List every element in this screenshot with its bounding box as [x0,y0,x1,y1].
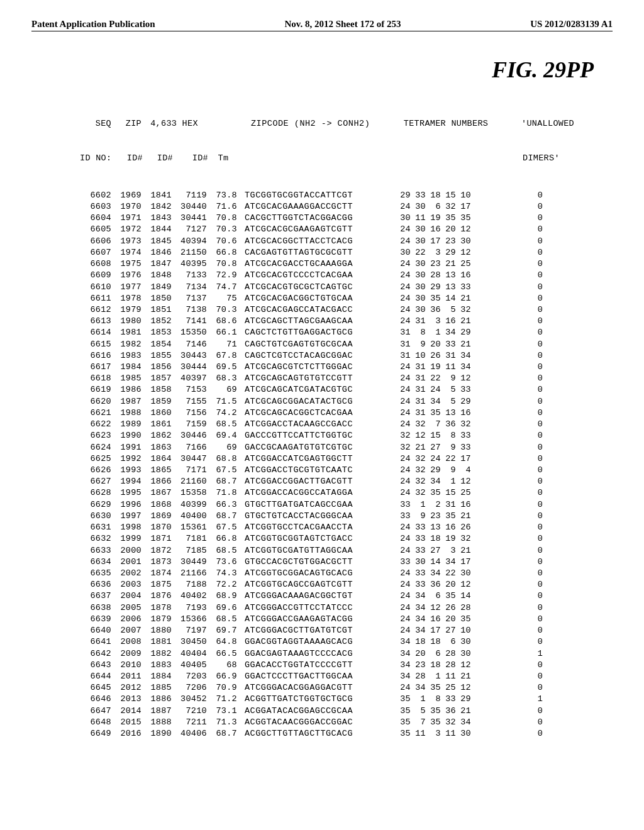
col-tm: Tm [208,153,241,164]
figure-label: FIG. 29PP [31,57,594,83]
col-id3: ID# [173,153,208,164]
table-row: 6631199818701536167.5ATCGGTGCCTCACGAACCT… [79,522,613,533]
table-row: 664820151888721171.3ACGGTACAACGGGACCGGAC… [79,717,613,728]
table-row: 663320001872718568.5ATCGGTGCGATGTTAGGCAA… [79,545,613,556]
table-row: 6625199218643044768.8ATCGGACCATCGAGTGGCT… [79,453,613,465]
header-right: US 2012/0283139 A1 [530,19,613,30]
column-header-row-2: ID NO:ID#ID#ID#TmDIMERS' [79,153,613,164]
table-row: 663820051878719369.6ATCGGGACCGTTCCTATCCC… [79,602,613,614]
table-row: 664020071880719769.7ATCGGGACGCTTGATGTCGT… [79,625,613,636]
table-row: 661019771849713474.7ATCGCACGTGCGCTCAGTGC… [79,282,613,293]
table-row: 6642200918824040466.5GGACGAGTAAAGTCCCCAC… [79,648,613,660]
table-row: 6637200418764040268.9ATCGGGACAAAGACGGCTG… [79,590,613,602]
table-row: 664720141887721073.1ACGGATACACGGAGCCGCAA… [79,706,613,717]
table-row: 662219891861715968.5ATCGGACCTACAAGCCGACC… [79,419,613,430]
table-row: 661319801852714168.6ATCGCAGCTTAGCGAAGCAA… [79,316,613,327]
table-row: 663219991871718166.8ATCGGTGCGGTAGTCTGACC… [79,533,613,545]
table-row: 663620031875718872.2ATCGGTGCAGCCGAGTCGTT… [79,579,613,590]
col-idno: ID NO: [79,153,113,164]
table-row: 6634200118733044973.6GTGCCACGCTGTGGACGCT… [79,556,613,568]
table-row: 662119881860715674.2ATCGCAGCACGGCTCACGAA… [79,407,613,419]
col-id1: ID# [113,153,143,164]
table-row: 6630199718694040068.7GTGCTGTCACCTACGGGCA… [79,511,613,522]
column-header-row-1: SEQZIP4,633 HEXZIPCODE (NH2 -> CONH2)TET… [79,118,613,130]
table-row: 6623199018623044669.4GACCCGTTCCATTCTGGTG… [79,430,613,441]
table-row: 664520121885720670.9ATCGGGACACGGAGGACGTT… [79,682,613,694]
table-row: 6604197118433044170.8CACGCTTGGTCTACGGACG… [79,213,613,224]
table-row: 6614198118531535066.1CAGCTCTGTTGAGGACTGC… [79,327,613,338]
data-rows: 660219691841711973.8TGCGGTGCGGTACCATTCGT… [79,190,613,740]
table-row: 662619931865717167.5ATCGGACCTGCGTGTCAATC… [79,465,613,476]
header-left: Patent Application Publication [31,19,155,30]
table-row: 6635200218742116674.3ATCGGTGCGGACAGTGCAC… [79,568,613,579]
table-row: 6608197518474039570.8ATCGCACGACCTGCAAAGG… [79,258,613,270]
table-row: 662019871859715571.5ATCGCAGCGGACATACTGCG… [79,396,613,407]
table-row: 6643201018834040568GGACACCTGGTATCCCCGTT3… [79,660,613,671]
table-row: 660919761848713372.9ATCGCACGTCCCCTCACGAA… [79,270,613,281]
table-row: 6628199518671535871.8ATCGGACCACGGCCATAGG… [79,487,613,499]
col-unallowed: 'UNALLOWED [496,118,559,130]
table-row: 6618198518574039768.3ATCGCAGCAGTGTGTCCGT… [79,373,613,384]
table-row: 660219691841711973.8TGCGGTGCGGTACCATTCGT… [79,190,613,201]
table-row: 664420111884720366.9GGACTCCCTTGACTTGGCAA… [79,671,613,682]
col-hex: 4,633 HEX [142,118,207,130]
col-tetramer: TETRAMER NUMBERS [377,118,496,130]
col-seq: SEQ [79,118,111,130]
table-row: 6639200618791536668.5ATCGGGACCGAAGAGTACG… [79,614,613,625]
table-row: 6641200818813045064.8GGACGGTAGGTAAAAGCAC… [79,636,613,648]
page-header: Patent Application Publication Nov. 8, 2… [31,19,613,31]
table-row: 662419911863716669GACCGCAAGATGTGTCGTGC32… [79,442,613,453]
table-row: 6616198318553044367.8CAGCTCGTCCTACAGCGGA… [79,350,613,362]
table-row: 6646201318863045271.2ACGGTTGATCTGGTGCTGC… [79,694,613,705]
table-row: 6629199618684039966.3GTGCTTGATGATCAGCCGA… [79,499,613,511]
patent-page: Patent Application Publication Nov. 8, 2… [0,0,644,788]
col-zipcode: ZIPCODE (NH2 -> CONH2) [240,118,377,130]
table-row: 661119781850713775ATCGCACGACGGCTGTGCAA24… [79,293,613,304]
table-row: 660519721844712770.3ATCGCACGCGAAGAGTCGTT… [79,224,613,235]
table-row: 6603197018423044071.6ATCGCACGAAAGGACCGCT… [79,201,613,213]
col-id2: ID# [143,153,173,164]
table-row: 661219791851713870.3ATCGCACGAGCCATACGACC… [79,304,613,316]
col-zip: ZIP [111,118,142,130]
table-row: 6649201618904040668.7ACGGCTTGTTAGCTTGCAC… [79,728,613,739]
header-mid: Nov. 8, 2012 Sheet 172 of 253 [155,19,530,30]
table-row: 6617198418563044469.5ATCGCAGCGTCTCTTGGGA… [79,362,613,373]
table-row: 6627199418662116068.7ATCGGACCGGACTTGACGT… [79,476,613,487]
table-row: 6606197318454039470.6ATCGCACGGCTTACCTCAC… [79,236,613,247]
col-dimers: DIMERS' [497,153,560,164]
table-row: 6607197418462115066.8CACGAGTGTTAGTGCGCGT… [79,247,613,258]
table-row: 661519821854714671CAGCTGTCGAGTGTGCGCAA31… [79,339,613,350]
table-row: 661919861858715369ATCGCAGCATCGATACGTGC24… [79,384,613,396]
sequence-table: SEQZIP4,633 HEXZIPCODE (NH2 -> CONH2)TET… [79,96,613,763]
